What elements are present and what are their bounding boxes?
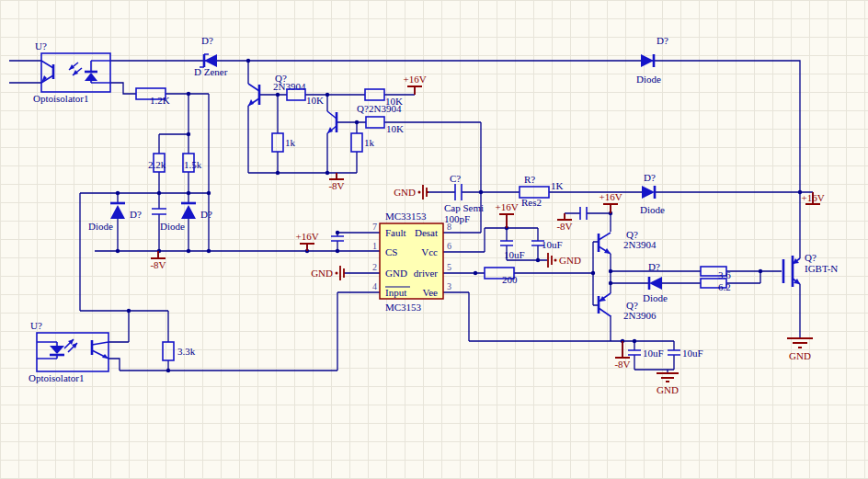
capacitor-vcc1[interactable]: 10uF <box>500 241 525 260</box>
pin-name: GND <box>385 268 407 279</box>
capacitor-vee1[interactable]: 10uF <box>628 348 664 359</box>
power-label: -8V <box>328 180 344 191</box>
pin-name: Desat <box>415 227 438 238</box>
label: 2N3904 <box>369 103 402 114</box>
pin-number: 6 <box>447 241 451 251</box>
label: 1K <box>551 180 564 191</box>
power-port-16v-1[interactable]: +16V <box>403 74 426 95</box>
label: 6.2 <box>718 281 731 292</box>
pin-number: 3 <box>447 281 451 291</box>
gnd-earth-igbt[interactable]: GND <box>787 338 813 361</box>
power-label: GND <box>789 350 811 361</box>
label: Diode <box>160 221 185 232</box>
label: 10uF <box>643 348 664 359</box>
label: 2N3904 <box>273 81 306 92</box>
transistor-q3[interactable]: Q? 2N3904 <box>599 229 657 254</box>
label: U? <box>35 40 47 51</box>
power-label: -8V <box>556 221 572 232</box>
power-label: GND <box>394 187 416 198</box>
capacitor-clamp[interactable] <box>152 209 166 214</box>
label: 100pF <box>444 213 470 224</box>
label: C? <box>450 173 461 184</box>
pin-number: 1 <box>372 241 377 251</box>
pin-name: CS <box>385 246 397 257</box>
schematic-svg[interactable]: U? Optoisolator1 U? Optoisolator1 D? D Z… <box>0 0 868 479</box>
gnd-port-vcc[interactable]: GND <box>548 253 581 268</box>
label: Diode <box>636 74 661 85</box>
diode-gate[interactable]: D? Diode <box>643 261 668 303</box>
resistor-1k-a[interactable]: 1k <box>272 133 296 152</box>
label: Cap Semi <box>444 202 484 213</box>
label: D Zener <box>194 66 228 77</box>
label: Q? <box>805 252 817 263</box>
power-label: +16V <box>599 191 622 202</box>
label: Optoisolator1 <box>29 372 85 383</box>
label: 2N3906 <box>623 310 657 321</box>
pin-name: driver <box>414 268 439 279</box>
resistor-10k-q2[interactable]: 10K <box>366 117 404 134</box>
power-port-16v-5[interactable]: +16V <box>801 192 824 204</box>
capacitor-vee2[interactable]: 10uF <box>668 348 703 359</box>
resistor-2p2k[interactable]: 2.2k <box>148 154 166 172</box>
label: 10K <box>386 123 404 134</box>
pin-name: Fault <box>385 227 406 238</box>
optocoupler-top[interactable]: U? Optoisolator1 <box>33 40 110 104</box>
label: 1k <box>285 137 296 148</box>
label: D? <box>201 35 213 46</box>
label: D? <box>200 209 212 220</box>
power-port-n8v-2[interactable]: -8V <box>150 251 166 270</box>
pin-name: Vee <box>423 287 439 298</box>
power-label: +16V <box>801 192 824 203</box>
gnd-port-blanking[interactable]: GND <box>394 185 428 200</box>
label: D? <box>648 261 660 272</box>
label: 1k <box>364 137 375 148</box>
label: 3.3k <box>177 346 196 357</box>
diode-d2[interactable]: D? Diode <box>160 203 212 232</box>
power-port-n8v-3[interactable]: -8V <box>556 213 572 232</box>
power-label: GND <box>657 384 679 395</box>
capacitor-fault[interactable] <box>331 236 344 241</box>
diode-top[interactable]: D? Diode <box>636 35 668 85</box>
power-port-16v-2[interactable]: +16V <box>295 231 318 251</box>
power-label: -8V <box>150 259 166 270</box>
gnd-earth-vee[interactable]: GND <box>657 373 679 395</box>
pin-name: Input <box>385 287 406 298</box>
label: 10uF <box>504 249 525 260</box>
label: D? <box>130 209 142 220</box>
label: 2N3904 <box>623 239 657 250</box>
capacitor-vcc2[interactable]: 10uF <box>531 239 563 250</box>
label: Diode <box>643 292 668 303</box>
resistor-1p5k[interactable]: 1.5k <box>183 154 202 172</box>
optocoupler-bottom[interactable]: U? Optoisolator1 <box>29 320 108 383</box>
label: U? <box>30 320 42 331</box>
resistor-gate-off[interactable]: 6.2 <box>701 279 731 292</box>
resistor-200[interactable]: 200 <box>485 268 518 285</box>
capacitor-blanking[interactable]: C? Cap Semi 100pF <box>444 173 484 224</box>
label: Diode <box>640 204 665 215</box>
power-port-16v-3[interactable]: +16V <box>495 201 518 228</box>
power-port-16v-4[interactable]: +16V <box>599 191 622 213</box>
diode-d1[interactable]: D? Diode <box>88 203 142 232</box>
ic-mc33153[interactable]: MC33153 MC3153 7 1 2 4 8 6 5 3 Fault CS … <box>372 211 451 313</box>
schematic-canvas[interactable]: U? Optoisolator1 U? Optoisolator1 D? D Z… <box>0 0 868 479</box>
label: R? <box>524 174 535 185</box>
resistor-1k-b[interactable]: 1k <box>351 133 375 152</box>
resistor-desat-1k[interactable]: R? 1K Res2 <box>520 174 564 208</box>
label: 10uF <box>542 239 563 250</box>
label: Diode <box>88 221 113 232</box>
resistor-1p2k[interactable]: 1.2K <box>136 88 170 106</box>
zener-diode[interactable]: D? D Zener <box>194 35 228 77</box>
diode-desat[interactable]: D? Diode <box>640 172 665 215</box>
label: 10uF <box>682 348 703 359</box>
transistor-igbt[interactable]: Q? IGBT-N <box>783 252 838 287</box>
gnd-port-pin2[interactable]: GND <box>311 266 344 280</box>
capacitor-n8v[interactable] <box>580 207 587 220</box>
label: IGBT-N <box>805 263 838 274</box>
label: 2.2k <box>148 159 166 170</box>
resistor-3p3k[interactable]: 3.3k <box>163 342 196 360</box>
power-label: GND <box>559 255 581 266</box>
power-port-n8v-1[interactable]: -8V <box>328 173 344 191</box>
label: 1.5k <box>184 159 202 170</box>
pin-number: 7 <box>372 222 377 232</box>
label: D? <box>657 35 668 46</box>
